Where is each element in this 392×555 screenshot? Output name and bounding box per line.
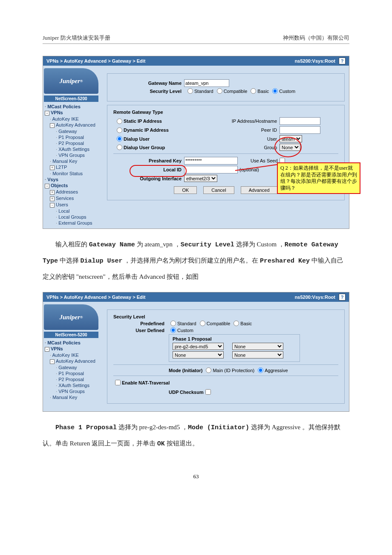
outif-select[interactable]: ethernet2/3	[184, 175, 217, 182]
tree-item[interactable]: P1 Proposal	[58, 135, 84, 140]
page-header: Juniper 防火墙快速安装手册 神州数码（中国）有限公司	[43, 34, 349, 44]
tree-item[interactable]: VPN Groups	[58, 153, 85, 158]
pred-comp[interactable]	[200, 321, 205, 326]
peer-id-input[interactable]	[280, 126, 320, 134]
page-number: 63	[43, 473, 349, 480]
lbl-gateway-name: Gateway Name	[113, 81, 184, 86]
mode-main[interactable]	[206, 367, 211, 373]
p1-sel-c[interactable]: None	[173, 351, 224, 358]
annotation-circle-psk	[130, 165, 187, 177]
rgt-dynamic[interactable]	[117, 127, 122, 133]
tree-item[interactable]: XAuth Settings	[58, 147, 89, 152]
tree-item[interactable]: Manual Key	[52, 159, 77, 164]
sec-custom[interactable]	[272, 88, 278, 94]
p1-sel-b[interactable]: None	[232, 343, 283, 350]
sidebar: Juniper® NetScreen-5200 · MCast Policies…	[43, 66, 98, 228]
lbl-seclevel-2: Security Level	[113, 314, 338, 319]
breadcrumb-2: VPNs > AutoKey Advanced > Gateway > Edit…	[43, 292, 349, 302]
tree-item[interactable]: Manual Key	[52, 395, 77, 400]
rgt-dialup-user[interactable]	[117, 136, 122, 142]
rgt-dialup-group[interactable]	[117, 145, 122, 150]
mode-aggr[interactable]	[258, 367, 263, 373]
tree-item[interactable]: Addresses	[56, 189, 78, 194]
lbl-sec-level: Security Level	[113, 89, 184, 94]
hdr-left: Juniper 防火墙快速安装手册	[43, 34, 110, 42]
help-icon-2[interactable]: ?	[339, 294, 346, 301]
help-icon[interactable]: ?	[339, 58, 346, 64]
tree-item[interactable]: AutoKey IKE	[52, 116, 79, 121]
tree-item[interactable]: Gateway	[58, 129, 77, 134]
tree-item[interactable]: MCast Policies	[47, 104, 81, 109]
sec-comp[interactable]	[217, 88, 222, 94]
lbl-mode: Mode (Initiator)	[169, 368, 202, 373]
breadcrumb: VPNs > AutoKey Advanced > Gateway > Edit…	[43, 56, 349, 66]
tree-item[interactable]: AutoKey IKE	[52, 353, 79, 358]
callout-q2: Q 2：如果选择组，是不是user就在组内？那是否还需要添加用户到组？每次添加用…	[277, 162, 360, 194]
lbl-psk: Preshared Key	[113, 158, 184, 163]
device-model-2: NetScreen-5200	[44, 332, 98, 338]
tree-item[interactable]: External Groups	[58, 220, 92, 225]
tree-item[interactable]: Objects	[51, 183, 68, 188]
screenshot-gateway-edit: VPNs > AutoKey Advanced > Gateway > Edit…	[43, 56, 349, 229]
gateway-name-input[interactable]	[184, 79, 229, 87]
ip-hostname-input[interactable]	[280, 117, 320, 125]
ud-custom[interactable]	[170, 327, 176, 333]
p1-sel-a[interactable]: pre-g2-des-md5	[173, 343, 224, 350]
rgt-heading: Remote Gateway Type	[113, 110, 338, 115]
sidebar-2: Juniper® NetScreen-5200 · MCast Policies…	[43, 302, 98, 411]
tree-item[interactable]: P1 Proposal	[58, 371, 84, 376]
rgt-static[interactable]	[117, 119, 122, 124]
p1-sel-d[interactable]: None	[232, 351, 283, 358]
tree-item[interactable]: VPNs	[51, 110, 63, 115]
annotation-circle-user	[274, 137, 302, 157]
juniper-logo: Juniper®	[44, 68, 98, 94]
tree-item[interactable]: P2 Proposal	[58, 377, 84, 382]
content-pane: Gateway Name Security Level Standard Com…	[98, 66, 349, 228]
p1p-heading: Phase 1 Proposal	[173, 336, 296, 341]
tree-item[interactable]: Local Groups	[58, 214, 86, 220]
juniper-logo-2: Juniper®	[44, 304, 98, 330]
cancel-button[interactable]: Cancel	[203, 186, 234, 194]
tree-item[interactable]: Monitor Status	[52, 171, 83, 176]
tree-item[interactable]: Gateway	[58, 365, 77, 370]
tree-item[interactable]: Vsys	[47, 177, 58, 182]
nav-tree-2[interactable]: · MCast Policies-VPNs· AutoKey IKE-AutoK…	[44, 340, 98, 400]
nav-tree[interactable]: · MCast Policies-VPNs· AutoKey IKE-AutoK…	[44, 104, 98, 226]
tree-item[interactable]: AutoKey Advanced	[56, 358, 95, 364]
psk-input[interactable]	[184, 157, 238, 165]
sec-basic[interactable]	[251, 88, 256, 94]
tree-item[interactable]: AutoKey Advanced	[56, 122, 95, 127]
ok-button[interactable]: OK	[174, 186, 197, 194]
tree-item[interactable]: L2TP	[56, 165, 67, 170]
tree-item[interactable]: VPN Groups	[58, 389, 85, 394]
tree-item[interactable]: MCast Policies	[47, 340, 81, 345]
tree-item[interactable]: Users	[56, 202, 68, 207]
screenshot-gateway-advanced: VPNs > AutoKey Advanced > Gateway > Edit…	[43, 292, 349, 412]
sysinfo: ns5200:Vsys:Root	[295, 58, 335, 64]
advanced-button[interactable]: Advanced	[241, 186, 278, 194]
tree-item[interactable]: P2 Proposal	[58, 141, 84, 146]
sec-std[interactable]	[187, 88, 193, 94]
content-pane-2: Security Level Predefined Standard Compa…	[98, 302, 349, 411]
device-model: NetScreen-5200	[44, 95, 98, 102]
pred-std[interactable]	[170, 321, 176, 326]
udp-checkbox[interactable]	[205, 389, 211, 395]
localid-input[interactable]	[184, 166, 238, 173]
hdr-right: 神州数码（中国）有限公司	[283, 34, 349, 42]
tree-item[interactable]: Services	[56, 196, 74, 201]
tree-item[interactable]: VPNs	[51, 346, 63, 351]
pred-basic[interactable]	[233, 321, 239, 326]
tree-item[interactable]: XAuth Settings	[58, 383, 89, 388]
paragraph-1: 输入相应的 Gateway Name 为 ateam_vpn ，Security…	[43, 237, 349, 284]
nat-checkbox[interactable]	[115, 380, 121, 385]
breadcrumb-text: VPNs > AutoKey Advanced > Gateway > Edit	[46, 58, 145, 64]
paragraph-2: Phase 1 Proposal 选择为 pre-g2-des-md5 ，Mod…	[43, 419, 349, 452]
tree-item[interactable]: Local	[58, 208, 69, 214]
